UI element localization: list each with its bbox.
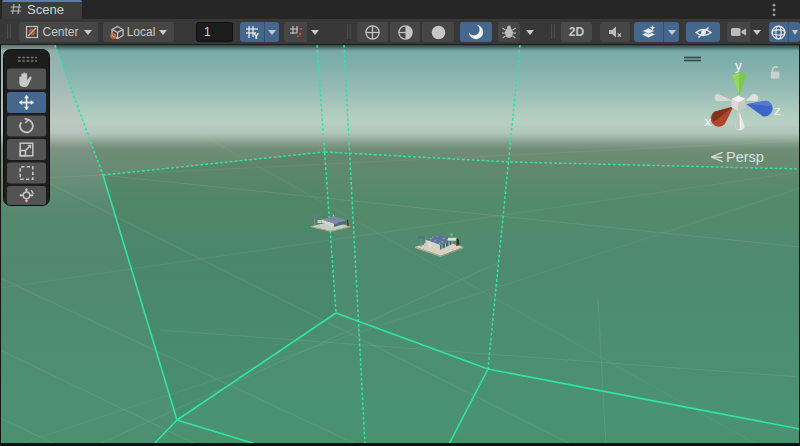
- svg-text:Persp: Persp: [726, 149, 764, 165]
- svg-text:y: y: [735, 58, 742, 73]
- svg-text:x: x: [705, 114, 712, 129]
- svg-text:Y: Y: [253, 31, 259, 40]
- svg-text:z: z: [774, 103, 781, 118]
